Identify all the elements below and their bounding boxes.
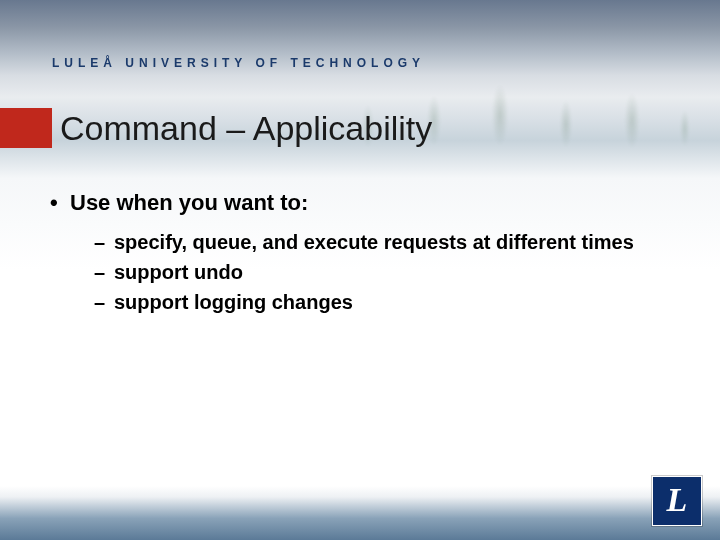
- content-area: Use when you want to: specify, queue, an…: [50, 190, 680, 320]
- slide-title: Command – Applicability: [60, 109, 432, 148]
- bullet-level2: support logging changes: [50, 290, 680, 314]
- title-row: Command – Applicability: [0, 108, 432, 148]
- brand-text: LULEÅ UNIVERSITY OF TECHNOLOGY: [52, 56, 425, 70]
- title-accent-block: [0, 108, 52, 148]
- bullet-level2: support undo: [50, 260, 680, 284]
- university-brand: LULEÅ UNIVERSITY OF TECHNOLOGY: [52, 56, 425, 70]
- logo-letter: L: [667, 483, 688, 517]
- slide: LULEÅ UNIVERSITY OF TECHNOLOGY Command –…: [0, 0, 720, 540]
- university-logo: L: [652, 476, 702, 526]
- bullet-level1: Use when you want to:: [50, 190, 680, 216]
- bullet-level2: specify, queue, and execute requests at …: [50, 230, 680, 254]
